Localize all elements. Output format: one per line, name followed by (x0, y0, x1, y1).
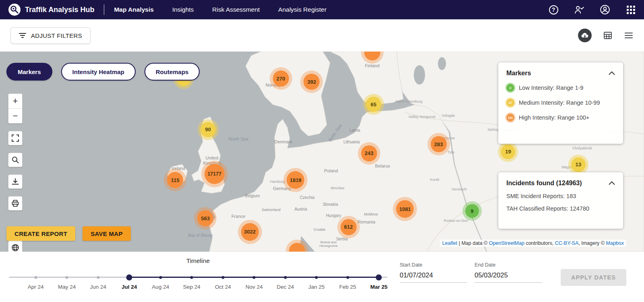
zoom-out-button[interactable]: − (8, 109, 22, 123)
end-date-input[interactable]: 05/03/2025 (475, 271, 542, 283)
nav-map-analysis[interactable]: Map Analysis (114, 6, 154, 13)
timeline-tick[interactable] (253, 276, 256, 279)
map-cluster-marker[interactable]: 13 (571, 157, 586, 172)
map-download-button[interactable] (8, 174, 23, 189)
cloud-download-icon[interactable] (578, 29, 592, 42)
map-cluster-marker[interactable]: 65 (366, 97, 381, 112)
app-logo-icon (8, 3, 21, 16)
user-check-icon[interactable] (574, 4, 584, 15)
timeline-tick[interactable] (66, 276, 68, 279)
nav-risk-assessment[interactable]: Risk Assessment (212, 6, 260, 13)
timeline-tick[interactable] (284, 276, 287, 279)
timeline-tick-label: Apr 24 (28, 284, 44, 290)
map-cluster-marker[interactable]: 612 (341, 219, 357, 235)
map-print-button[interactable] (8, 196, 23, 211)
legend-card-header: Markers (506, 70, 615, 77)
timeline-end-handle[interactable] (376, 274, 382, 280)
app-header: Traffik Analysis Hub Map Analysis Insigh… (0, 0, 644, 19)
timeline-tick-label: Aug 24 (152, 284, 169, 290)
end-date-label: End Date (475, 262, 542, 268)
map-cluster-marker[interactable]: 19 (501, 145, 515, 159)
map-cluster-marker[interactable]: 17177 (204, 164, 225, 184)
incidents-card-header: Incidents found (124963) (506, 180, 615, 187)
app-title: Traffik Analysis Hub (25, 6, 94, 14)
timeline-tick-label: Sep 24 (183, 284, 200, 290)
timeline-tick[interactable] (190, 276, 193, 279)
pill-markers[interactable]: Markers (6, 63, 52, 81)
cc-by-sa-link[interactable]: CC-BY-SA (555, 240, 579, 246)
timeline-tick[interactable] (159, 276, 162, 279)
map-cluster-marker[interactable]: 1819 (287, 171, 304, 189)
legend-item-medium: 27 Medium Intensity: Range 10-99 (506, 99, 615, 107)
timeline-tick[interactable] (34, 276, 37, 279)
incidents-collapse-button[interactable] (609, 181, 615, 185)
start-date-field: Start Date 01/07/2024 (400, 262, 467, 283)
help-icon[interactable]: ? (548, 4, 559, 15)
zoom-control: + − (8, 93, 23, 124)
markers-legend-card: Markers 2 Low Intensity: Range 1-9 27 Me… (498, 62, 623, 144)
nav-analysis-register[interactable]: Analysis Register (278, 6, 326, 13)
map-cluster-marker[interactable]: 9 (465, 204, 479, 218)
timeline-tick-label: Jun 24 (90, 284, 106, 290)
map-cluster-marker[interactable]: 270 (273, 70, 289, 87)
legend-item-high: 111 High Intensity: Range 100+ (506, 114, 615, 122)
create-report-button[interactable]: CREATE REPORT (6, 226, 75, 241)
timeline-tick-label: Dec 24 (277, 284, 294, 290)
timeline-start-handle[interactable] (126, 274, 132, 280)
map-cluster-marker[interactable]: 392 (303, 74, 320, 90)
map-canvas[interactable]: FinlandNorwayNorth SeaBaltic SeaDenmarkU… (0, 52, 644, 252)
map-search-button[interactable] (8, 153, 23, 167)
timeline-slider[interactable] (9, 274, 387, 281)
nav-insights[interactable]: Insights (172, 6, 194, 13)
save-map-button[interactable]: SAVE MAP (83, 226, 131, 241)
fullscreen-button[interactable] (8, 131, 23, 145)
low-intensity-badge: 2 (506, 84, 514, 92)
medium-intensity-label: Medium Intensity: Range 10-99 (519, 99, 600, 106)
account-icon[interactable] (600, 4, 610, 15)
timeline-tick[interactable] (221, 276, 224, 279)
timeline-title: Timeline (9, 257, 387, 265)
start-date-label: Start Date (400, 262, 467, 268)
mapbox-link[interactable]: Mapbox (606, 240, 624, 246)
legend-collapse-button[interactable] (609, 71, 615, 75)
timeline-tick-label: Mar 25 (370, 284, 388, 290)
map-cluster-marker[interactable]: 115 (167, 172, 183, 188)
adjust-filters-button[interactable]: ADJUST FILTERS (10, 27, 91, 44)
timeline-tick-label: Nov 24 (246, 284, 263, 290)
timeline-tick-label: May 24 (58, 284, 76, 290)
adjust-filters-label: ADJUST FILTERS (31, 32, 82, 39)
timeline-tick[interactable] (315, 276, 318, 279)
leaflet-link[interactable]: Leaflet (442, 240, 458, 246)
timeline-tick[interactable] (346, 276, 349, 279)
end-date-field: End Date 05/03/2025 (475, 262, 542, 283)
map-mode-pills: Markers Intensity Heatmap Routemaps (6, 63, 200, 81)
map-cluster-marker[interactable]: 90 (200, 122, 216, 137)
menu-icon[interactable] (624, 31, 634, 40)
map-cluster-marker[interactable]: 563 (197, 210, 213, 226)
incidents-card-title: Incidents found (124963) (506, 180, 582, 187)
apply-dates-button[interactable]: APPLY DATES (561, 269, 626, 286)
fullscreen-icon (12, 134, 19, 142)
globe-button[interactable] (8, 240, 23, 252)
header-icons: ? (548, 4, 636, 15)
pill-routemaps[interactable]: Routemaps (144, 63, 200, 81)
map-action-buttons: CREATE REPORT SAVE MAP (6, 226, 131, 241)
high-intensity-label: High Intensity: Range 100+ (519, 114, 589, 121)
map-cluster-marker[interactable]: 1081 (396, 200, 414, 218)
apps-grid-icon[interactable] (625, 4, 636, 15)
high-intensity-badge: 111 (506, 114, 514, 122)
timeline-tick[interactable] (97, 276, 99, 279)
incidents-card: Incidents found (124963) SME Incident Re… (498, 172, 623, 229)
pill-intensity-heatmap[interactable]: Intensity Heatmap (61, 63, 136, 81)
map-cluster-marker[interactable]: 3022 (241, 223, 259, 241)
chevron-up-icon (609, 181, 615, 185)
timeline-tick-label: Jan 25 (308, 284, 325, 290)
zoom-in-button[interactable]: + (8, 94, 22, 108)
start-date-input[interactable]: 01/07/2024 (400, 271, 467, 283)
table-view-icon[interactable] (603, 31, 613, 40)
openstreetmap-link[interactable]: OpenStreetMap (489, 240, 524, 246)
map-cluster-marker[interactable]: 243 (361, 145, 377, 161)
legend-item-low: 2 Low Intensity: Range 1-9 (506, 84, 615, 92)
map-cluster-marker[interactable]: 283 (431, 136, 447, 152)
legend-card-title: Markers (506, 70, 531, 77)
